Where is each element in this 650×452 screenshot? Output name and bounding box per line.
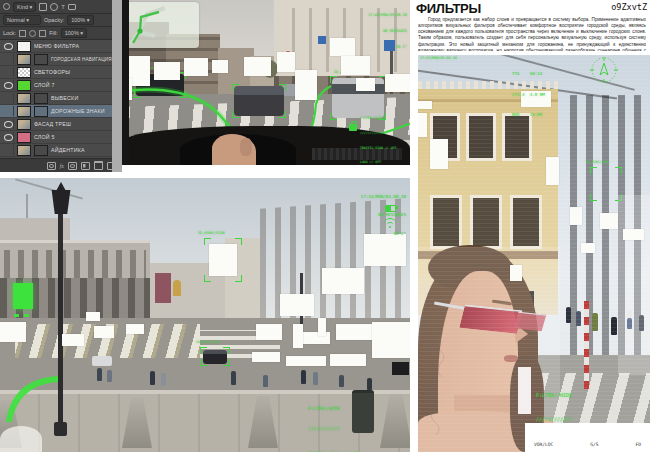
new-group-icon[interactable]	[94, 161, 103, 170]
kind-dropdown[interactable]: Kind ▾	[13, 2, 36, 12]
filter-shape-layers-icon[interactable]	[68, 4, 76, 10]
adjustment-layer-icon[interactable]	[81, 162, 90, 170]
pedestrian	[231, 371, 236, 385]
opacity-label: Opacity:	[44, 17, 64, 23]
visibility-toggle[interactable]	[3, 67, 14, 77]
layer-mask-thumbnail	[34, 93, 48, 104]
layer-thumbnail	[17, 119, 31, 130]
layer-name: АЙДЕНТИКА	[51, 147, 85, 153]
visibility-toggle[interactable]	[3, 93, 14, 103]
layer-row-gorodskaya-navigatsiya[interactable]: ГОРОДСКАЯ НАВИГАЦИЯ	[0, 53, 112, 66]
layer-thumbnail	[17, 132, 31, 143]
visibility-toggle[interactable]	[3, 132, 14, 142]
eye-icon	[4, 121, 13, 128]
eye-icon	[4, 82, 13, 89]
autopilot-status-box: VOR/LOC G/S FD	[525, 423, 650, 452]
pedestrian	[107, 370, 112, 382]
blanked-sign-box	[0, 322, 26, 342]
layers-filter-bar: Kind ▾ T	[0, 0, 112, 14]
layer-row-menu-filtra[interactable]: МЕНЮ ФИЛЬТРА	[0, 40, 112, 53]
hud-temperature: 36 C°	[318, 231, 406, 237]
scanline-overlay	[418, 55, 650, 452]
visibility-toggle[interactable]	[3, 54, 14, 64]
blanked-sign-box	[336, 324, 372, 340]
link-layers-icon[interactable]	[47, 162, 56, 170]
building-windows	[4, 250, 146, 278]
page-title: ФИЛЬТРЫ	[416, 1, 481, 16]
opacity-dropdown[interactable]: 100% ▾	[67, 15, 93, 25]
layer-mask-thumbnail	[34, 145, 48, 156]
layer-thumbnail	[17, 106, 31, 117]
blanked-sign-box	[372, 322, 410, 358]
blend-mode-dropdown[interactable]: Normal ▾	[3, 15, 41, 25]
church-tower	[155, 273, 171, 303]
minimap-route-icon	[125, 2, 199, 48]
lock-shackle-icon	[351, 121, 357, 126]
hud-status-block: 17:43/MON/03.08.20 NO MESSAGES 36 C°	[337, 2, 407, 61]
visibility-toggle[interactable]	[3, 145, 14, 155]
pedestrian	[97, 368, 102, 381]
layer-effects-icon[interactable]: fx	[60, 163, 64, 169]
lock-transparency-icon[interactable]	[19, 30, 26, 37]
layer-thumbnail	[17, 41, 31, 52]
eye-icon	[4, 43, 13, 50]
filter-adjustment-layers-icon[interactable]	[50, 3, 58, 11]
visibility-toggle[interactable]	[3, 41, 14, 51]
filter-type-layers-icon[interactable]: T	[61, 4, 65, 10]
blanked-sign-box	[184, 58, 208, 76]
street-lamp-cap	[56, 182, 66, 191]
layer-row-sloy-5[interactable]: СЛОЙ 5	[0, 131, 112, 144]
blanked-sign-box	[356, 78, 375, 91]
visibility-toggle[interactable]	[3, 119, 14, 129]
layer-thumbnail	[17, 54, 31, 65]
lock-pixels-icon[interactable]	[29, 30, 36, 37]
blanked-banner-box	[293, 324, 303, 348]
ar-glasses-photo: ID_2205//ADV 17:43/MON/03.08.20 TTG 50:1…	[418, 55, 650, 452]
blanked-sign-box	[295, 70, 317, 100]
layers-panel-footer: fx	[0, 158, 120, 172]
battery-icon	[385, 205, 396, 212]
layer-row-dorozhnye-znaki-selected[interactable]: ДОРОЖНЫЕ ЗНАКИ	[0, 105, 112, 118]
blanked-sign-box	[244, 57, 271, 76]
layer-mask-thumbnail	[34, 54, 48, 65]
blend-mode-value: Normal	[7, 17, 25, 23]
hud-filter-block: F:LTER//HIDE //////////// TRAFFIC SIGN /…	[308, 392, 358, 452]
blanked-sign-box	[62, 334, 84, 346]
layer-thumbnail	[17, 80, 31, 91]
search-icon[interactable]	[3, 3, 10, 10]
layer-mask-thumbnail	[34, 106, 48, 117]
blanked-sign-box	[154, 62, 180, 80]
foreground-object	[0, 426, 42, 452]
layer-thumbnail	[17, 67, 31, 78]
layer-row-fasad-tresh[interactable]: ФАСАД ТРЕШ	[0, 118, 112, 131]
add-mask-icon[interactable]	[68, 162, 77, 170]
blanked-sign-box	[212, 60, 228, 73]
blanked-sign-box	[385, 74, 410, 92]
layer-row-vyveski[interactable]: ВЫВЕСКИ	[0, 92, 112, 105]
opacity-value: 100%	[71, 17, 85, 23]
layer-row-svetofory[interactable]: СВЕТОФОРЫ	[0, 66, 112, 79]
hud-filter-header: F:LTER//HIDE	[360, 116, 396, 121]
layer-row-aydentika[interactable]: АЙДЕНТИКА	[0, 144, 112, 157]
green-route-swoosh	[2, 368, 60, 424]
lock-position-icon[interactable]	[39, 30, 46, 37]
photoshop-layers-panel: Kind ▾ T Normal ▾ Opacity: 100% ▾ Lock: …	[0, 0, 113, 172]
kind-label: Kind	[17, 4, 28, 10]
fill-dropdown[interactable]: 100% ▾	[61, 28, 87, 38]
hud-temperature: 36 C°	[337, 45, 407, 50]
street-lamp-base	[54, 422, 67, 436]
hud-filter-divider: ////////////	[536, 415, 593, 423]
filter-pixel-layers-icon[interactable]	[39, 3, 47, 11]
layer-name: СЛОЙ 7	[34, 82, 55, 88]
layer-row-sloy-7[interactable]: СЛОЙ 7	[0, 79, 112, 92]
pedestrian	[161, 373, 166, 386]
car-detection-bracket	[232, 84, 286, 118]
visibility-toggle[interactable]	[3, 106, 14, 116]
hud-filter-header: F:LTER//HIDE	[536, 391, 593, 399]
wifi-dot-icon	[389, 226, 391, 228]
detection-label: ID_0459//CAR	[196, 340, 219, 345]
blanked-sign-box	[277, 52, 295, 72]
description-paragraph: Город предлагается как набор слоев и пре…	[418, 17, 646, 51]
visibility-toggle[interactable]	[3, 80, 14, 90]
hud-filter-line: TRAFFIC SIGN // OFF	[360, 146, 396, 151]
